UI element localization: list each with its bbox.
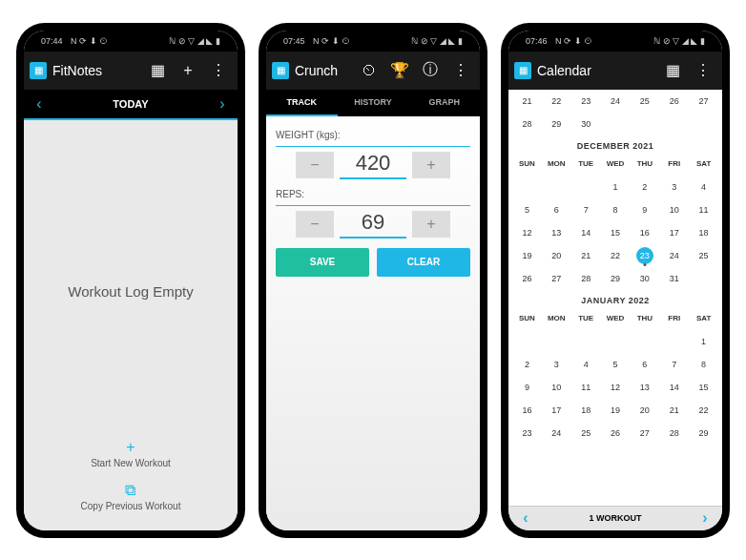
calendar-day[interactable]: 11: [571, 376, 601, 399]
calendar-week: 12131415161718: [512, 221, 718, 244]
calendar-day[interactable]: 28: [571, 267, 601, 290]
calendar-day[interactable]: 21: [571, 244, 601, 267]
calendar-day[interactable]: 20: [630, 399, 659, 422]
calendar-day[interactable]: 27: [542, 267, 571, 290]
timer-icon[interactable]: ⏲: [356, 57, 383, 84]
calendar-day[interactable]: 11: [689, 198, 718, 221]
calendar-day[interactable]: 26: [601, 422, 631, 445]
tab-graph[interactable]: GRAPH: [408, 90, 480, 116]
copy-previous-workout-button[interactable]: ⧉ Copy Previous Workout: [81, 482, 181, 511]
clear-button[interactable]: CLEAR: [377, 248, 470, 277]
calendar-day[interactable]: 28: [659, 422, 689, 445]
calendar-scroll-area[interactable]: 21222324252627 282930 DECEMBER 2021 SUNM…: [508, 90, 722, 506]
calendar-day[interactable]: 30: [630, 267, 659, 290]
calendar-day[interactable]: 25: [571, 422, 601, 445]
next-button[interactable]: ›: [694, 509, 716, 527]
calendar-day[interactable]: 15: [601, 221, 631, 244]
calendar-day[interactable]: 20: [542, 244, 571, 267]
calendar-day[interactable]: 10: [659, 198, 689, 221]
calendar-day[interactable]: 16: [512, 399, 542, 422]
reps-increment-button[interactable]: +: [412, 211, 450, 238]
calendar-day[interactable]: 15: [689, 376, 718, 399]
calendar-day[interactable]: 26: [512, 267, 542, 290]
calendar-day[interactable]: 9: [630, 198, 659, 221]
calendar-day[interactable]: 24: [601, 90, 631, 113]
prev-day-button[interactable]: ‹: [28, 95, 51, 113]
calendar-day[interactable]: 25: [630, 90, 659, 113]
calendar-day[interactable]: 2: [630, 176, 659, 198]
calendar-day[interactable]: 21: [512, 90, 542, 113]
calendar-day[interactable]: 10: [542, 376, 571, 399]
calendar-day[interactable]: 24: [542, 422, 571, 445]
calendar-day[interactable]: 14: [571, 221, 601, 244]
calendar-day[interactable]: 27: [630, 422, 659, 445]
calendar-day[interactable]: 22: [689, 399, 718, 422]
calendar-day[interactable]: 23: [512, 422, 542, 445]
calendar-day[interactable]: 1: [689, 330, 718, 353]
calendar-day[interactable]: 23: [571, 90, 601, 113]
calendar-day[interactable]: 18: [689, 221, 718, 244]
weight-increment-button[interactable]: +: [412, 152, 450, 178]
calendar-day[interactable]: 12: [601, 376, 631, 399]
calendar-day[interactable]: 18: [571, 399, 601, 422]
calendar-day[interactable]: 27: [689, 90, 718, 113]
calendar-day[interactable]: 5: [601, 353, 631, 376]
overflow-icon[interactable]: ⋮: [205, 57, 232, 84]
today-icon[interactable]: ▦: [659, 57, 686, 84]
status-bar: 07:45 N ⟳ ⬇ ⏲ ℕ ⊘ ▽ ◢ ◣ ▮: [266, 31, 480, 52]
calendar-day[interactable]: 4: [689, 176, 718, 198]
calendar-day[interactable]: 8: [601, 198, 631, 221]
calendar-day[interactable]: 31: [659, 267, 689, 290]
calendar-day[interactable]: 9: [512, 376, 542, 399]
overflow-icon[interactable]: ⋮: [447, 57, 474, 84]
overflow-icon[interactable]: ⋮: [690, 57, 716, 84]
calendar-day[interactable]: 16: [630, 221, 659, 244]
calendar-day[interactable]: 17: [542, 399, 571, 422]
calendar-day[interactable]: 21: [659, 399, 689, 422]
calendar-day[interactable]: 30: [571, 113, 601, 135]
save-button[interactable]: SAVE: [276, 248, 369, 277]
start-new-workout-button[interactable]: + Start New Workout: [91, 439, 171, 468]
calendar-day[interactable]: 13: [630, 376, 659, 399]
calendar-day[interactable]: 5: [512, 198, 542, 221]
reps-decrement-button[interactable]: −: [296, 211, 334, 238]
calendar-day[interactable]: 23: [630, 244, 659, 267]
calendar-day[interactable]: 24: [659, 244, 689, 267]
calendar-day[interactable]: 4: [571, 353, 601, 376]
calendar-day[interactable]: 29: [689, 422, 718, 445]
next-day-button[interactable]: ›: [211, 95, 234, 113]
calendar-day[interactable]: 12: [512, 221, 542, 244]
calendar-day[interactable]: 7: [659, 353, 689, 376]
calendar-day[interactable]: 14: [659, 376, 689, 399]
calendar-day[interactable]: 13: [542, 221, 571, 244]
prev-button[interactable]: ‹: [514, 509, 537, 527]
calendar-day[interactable]: 7: [571, 198, 601, 221]
weight-decrement-button[interactable]: −: [296, 152, 334, 178]
calendar-day[interactable]: 29: [542, 113, 571, 135]
reps-input[interactable]: 69: [340, 210, 406, 239]
add-icon[interactable]: +: [175, 57, 201, 84]
calendar-day[interactable]: 28: [512, 113, 542, 135]
calendar-day[interactable]: 2: [512, 353, 542, 376]
calendar-day[interactable]: 3: [659, 176, 689, 198]
calendar-day[interactable]: 1: [601, 176, 631, 198]
trophy-icon[interactable]: 🏆: [386, 57, 413, 84]
action-label: Start New Workout: [91, 458, 171, 468]
calendar-day[interactable]: 29: [601, 267, 631, 290]
tab-history[interactable]: HISTORY: [338, 90, 409, 116]
calendar-day[interactable]: 22: [542, 90, 571, 113]
calendar-day[interactable]: 8: [689, 353, 718, 376]
calendar-day[interactable]: 25: [689, 244, 718, 267]
weight-input[interactable]: 420: [340, 151, 406, 179]
calendar-icon[interactable]: ▦: [144, 57, 171, 84]
calendar-day[interactable]: 17: [659, 221, 689, 244]
calendar-day[interactable]: 22: [601, 244, 631, 267]
calendar-day[interactable]: 19: [512, 244, 542, 267]
info-icon[interactable]: ⓘ: [417, 57, 444, 84]
tab-track[interactable]: TRACK: [266, 90, 338, 116]
calendar-day[interactable]: 6: [630, 353, 659, 376]
calendar-day[interactable]: 3: [542, 353, 571, 376]
calendar-day[interactable]: 26: [659, 90, 689, 113]
calendar-day[interactable]: 19: [601, 399, 631, 422]
calendar-day[interactable]: 6: [542, 198, 571, 221]
